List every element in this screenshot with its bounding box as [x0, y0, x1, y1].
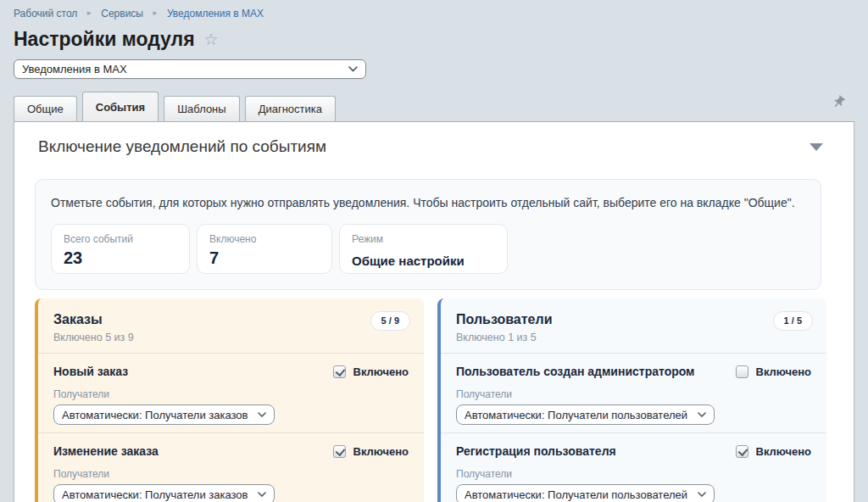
event-title: Пользователь создан администратором	[456, 365, 694, 379]
event-title: Регистрация пользователя	[456, 444, 616, 459]
info-box: Отметьте события, для которых нужно отпр…	[35, 179, 821, 290]
module-select-value: Уведомления в MAX	[22, 63, 127, 75]
enabled-toggle[interactable]: Включено	[736, 445, 812, 458]
category-count-badge: 1 / 5	[773, 311, 813, 331]
stat-enabled: Включено 7	[197, 224, 332, 274]
recipients-select-value: Автоматически: Получатели пользователей	[465, 488, 687, 501]
settings-panel: Включение уведомлений по событиям Отметь…	[14, 121, 854, 502]
category-title: Пользователи	[456, 311, 552, 328]
enabled-checkbox[interactable]	[736, 445, 748, 458]
page-title-row: Настройки модуля ☆	[14, 28, 854, 50]
event-title: Новый заказ	[53, 365, 128, 379]
recipients-select[interactable]: Автоматически: Получатели пользователей	[456, 484, 715, 502]
tab-label: Шаблоны	[177, 103, 226, 115]
recipients-label: Получатели	[53, 468, 409, 480]
breadcrumb: Рабочий стол ► Сервисы ► Уведомления в M…	[14, 8, 854, 20]
favorite-star-icon[interactable]: ☆	[204, 31, 219, 47]
stat-label: Включено	[209, 233, 320, 245]
chevron-down-icon	[698, 492, 706, 497]
recipients-select[interactable]: Автоматически: Получатели заказов	[53, 404, 275, 425]
tab-label: События	[96, 101, 145, 114]
category-subtitle: Включено 1 из 5	[456, 332, 552, 344]
category-cards: Заказы Включено 5 из 9 5 / 9 Новый заказ…	[35, 298, 826, 502]
breadcrumb-link-desktop[interactable]: Рабочий стол	[14, 8, 77, 20]
category-header-text: Пользователи Включено 1 из 5	[456, 311, 552, 344]
event-item: Новый заказ Включено Получатели Автомати…	[38, 354, 424, 433]
category-card-orders: Заказы Включено 5 из 9 5 / 9 Новый заказ…	[35, 298, 424, 502]
recipients-select[interactable]: Автоматически: Получатели заказов	[53, 484, 275, 502]
section-title: Включение уведомлений по событиям	[38, 137, 326, 157]
enabled-toggle[interactable]: Включено	[333, 365, 409, 378]
module-select[interactable]: Уведомления в MAX	[14, 59, 366, 79]
stat-value: Общие настройки	[352, 252, 495, 271]
stat-value: 7	[209, 248, 320, 267]
enabled-label: Включено	[756, 365, 812, 378]
event-item: Регистрация пользователя Включено Получа…	[441, 433, 826, 502]
category-subtitle: Включено 5 из 9	[53, 332, 134, 344]
category-header-text: Заказы Включено 5 из 9	[53, 311, 134, 344]
tab-templates[interactable]: Шаблоны	[164, 96, 240, 121]
category-header: Пользователи Включено 1 из 5 1 / 5	[441, 298, 826, 354]
enabled-toggle[interactable]: Включено	[736, 365, 812, 378]
chevron-down-icon	[348, 66, 358, 72]
enabled-label: Включено	[353, 445, 409, 458]
stat-value: 23	[64, 248, 177, 267]
recipients-select-value: Автоматически: Получатели пользователей	[465, 409, 687, 421]
enabled-label: Включено	[756, 445, 812, 458]
category-card-users: Пользователи Включено 1 из 5 1 / 5 Польз…	[437, 298, 826, 502]
stat-label: Всего событий	[64, 233, 177, 245]
stats-row: Всего событий 23 Включено 7 Режим Общие …	[51, 224, 805, 274]
breadcrumb-link-notifications[interactable]: Уведомления в MAX	[167, 8, 264, 20]
breadcrumb-separator-icon: ►	[86, 8, 92, 20]
tab-label: Общие	[27, 103, 64, 115]
chevron-down-icon	[698, 412, 706, 417]
recipients-label: Получатели	[456, 388, 811, 400]
chevron-down-icon	[258, 412, 266, 417]
tab-events[interactable]: События	[82, 92, 159, 121]
pin-icon[interactable]	[832, 95, 846, 113]
breadcrumb-separator-icon: ►	[152, 8, 159, 20]
category-header: Заказы Включено 5 из 9 5 / 9	[38, 298, 424, 354]
tab-label: Диагностика	[259, 103, 322, 115]
recipients-label: Получатели	[53, 388, 409, 400]
collapse-section-icon[interactable]	[810, 143, 823, 151]
tab-general[interactable]: Общие	[14, 96, 77, 121]
recipients-select-value: Автоматически: Получатели заказов	[62, 488, 248, 501]
enabled-toggle[interactable]: Включено	[333, 445, 409, 458]
enabled-checkbox[interactable]	[333, 445, 346, 458]
section-header: Включение уведомлений по событиям	[14, 122, 854, 157]
enabled-checkbox[interactable]	[736, 365, 748, 378]
enabled-checkbox[interactable]	[333, 365, 346, 378]
info-text: Отметьте события, для которых нужно отпр…	[51, 196, 805, 210]
tab-diagnostics[interactable]: Диагностика	[245, 96, 336, 121]
enabled-label: Включено	[353, 365, 409, 378]
event-title: Изменение заказа	[53, 444, 159, 459]
stat-label: Режим	[352, 233, 495, 245]
breadcrumb-link-services[interactable]: Сервисы	[101, 8, 143, 20]
recipients-select-value: Автоматически: Получатели заказов	[62, 409, 248, 421]
stat-mode: Режим Общие настройки	[339, 224, 508, 274]
event-item: Пользователь создан администратором Вклю…	[441, 354, 826, 433]
page-title: Настройки модуля	[14, 28, 195, 50]
top-bar: Рабочий стол ► Сервисы ► Уведомления в M…	[0, 0, 868, 50]
event-item: Изменение заказа Включено Получатели Авт…	[38, 433, 424, 502]
recipients-select[interactable]: Автоматически: Получатели пользователей	[456, 404, 715, 425]
recipients-label: Получатели	[456, 468, 811, 480]
chevron-down-icon	[258, 492, 266, 497]
category-title: Заказы	[53, 311, 134, 328]
category-count-badge: 5 / 9	[370, 311, 410, 331]
tabs: Общие События Шаблоны Диагностика	[0, 92, 868, 121]
stat-total-events: Всего событий 23	[51, 224, 190, 274]
